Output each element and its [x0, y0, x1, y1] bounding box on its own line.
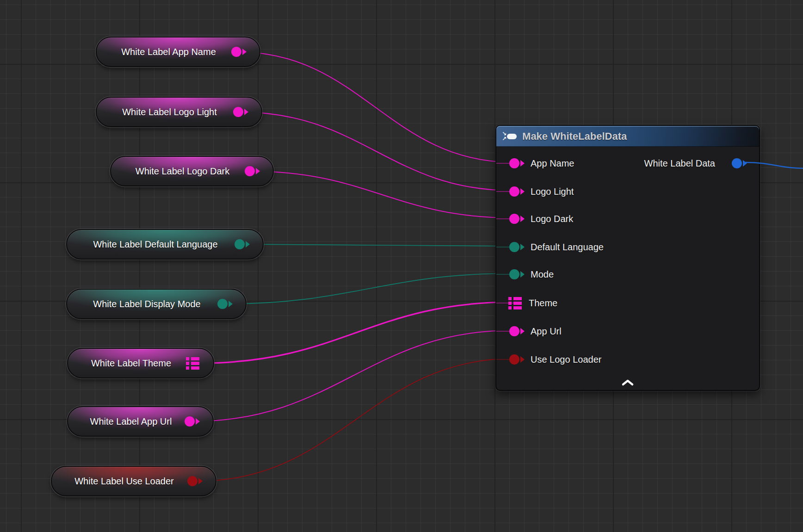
variable-node-white-label-use-loader[interactable]: White Label Use Loader	[51, 466, 216, 496]
variable-node-white-label-logo-dark[interactable]: White Label Logo Dark	[110, 156, 274, 186]
wire-stub	[496, 303, 515, 303]
pin-circle	[235, 239, 245, 249]
pin-circle	[187, 476, 198, 486]
node-title: Make WhiteLabelData	[522, 130, 627, 142]
variable-node-label: White Label App Url	[68, 416, 185, 427]
pin-triangle	[229, 301, 233, 307]
variable-node-white-label-theme[interactable]: White Label Theme	[67, 348, 214, 378]
pin-triangle	[198, 478, 203, 484]
arrow-up-right-icon: ↗	[502, 136, 507, 141]
variable-node-label: White Label Logo Light	[97, 107, 233, 118]
pin-circle	[245, 166, 255, 176]
variable-node-label: White Label Use Loader	[52, 476, 187, 487]
input-pin-label: Mode	[531, 269, 554, 280]
input-pin-row-theme: Theme	[496, 293, 759, 313]
pin-triangle	[520, 216, 525, 222]
make-node-header[interactable]: ↘↗ Make WhiteLabelData	[496, 126, 759, 147]
input-pin-label: Theme	[529, 298, 557, 309]
struct-pin-icon	[185, 356, 200, 371]
pin-triangle	[520, 328, 525, 334]
output-pin[interactable]	[233, 107, 248, 117]
output-pin[interactable]	[187, 476, 203, 486]
variable-node-white-label-logo-light[interactable]: White Label Logo Light	[96, 97, 262, 127]
wire-stub	[496, 274, 515, 275]
pin-triangle	[520, 188, 525, 195]
pin-triangle	[520, 244, 525, 250]
struct-output-pin[interactable]	[185, 356, 200, 371]
wire-stub	[496, 218, 515, 219]
wire-stub	[496, 247, 515, 247]
wire-stub	[496, 191, 515, 192]
pin-circle	[732, 158, 742, 168]
wire-stub	[496, 331, 515, 332]
chevron-up-icon	[621, 379, 634, 386]
output-pin-white-label-data[interactable]	[732, 158, 747, 168]
output-pin[interactable]	[235, 239, 250, 249]
collapse-node-button[interactable]	[620, 378, 636, 387]
pin-circle	[185, 416, 195, 427]
pin-triangle	[246, 241, 250, 247]
variable-node-label: White Label App Name	[97, 47, 231, 57]
make-struct-icon: ↘↗	[502, 131, 517, 141]
pin-triangle	[520, 356, 525, 363]
input-pin-label: Default Language	[531, 242, 604, 253]
variable-node-white-label-display-mode[interactable]: White Label Display Mode	[66, 289, 247, 319]
variable-node-white-label-default-language[interactable]: White Label Default Language	[66, 229, 264, 260]
output-pin[interactable]	[217, 299, 233, 309]
capsule-glyph	[507, 134, 517, 139]
variable-node-label: White Label Logo Dark	[111, 166, 245, 177]
input-pin-row-app-url: App Url	[496, 321, 759, 341]
variable-node-label: White Label Display Mode	[67, 299, 217, 309]
make-whitelabeldata-node[interactable]: ↘↗ Make WhiteLabelData App Name Logo Lig…	[495, 125, 760, 391]
output-pin-label: White Label Data	[644, 158, 715, 169]
input-pin-label: Logo Dark	[531, 214, 573, 224]
pin-circle	[231, 47, 241, 57]
input-pin-row-logo-light: Logo Light	[496, 181, 759, 202]
pin-triangle	[743, 160, 747, 167]
output-pin[interactable]	[245, 166, 260, 176]
pin-triangle	[256, 168, 260, 174]
variable-node-label: White Label Default Language	[67, 239, 235, 250]
pin-circle	[217, 299, 228, 309]
pin-triangle	[196, 418, 200, 425]
variable-node-label: White Label Theme	[68, 358, 185, 369]
input-pin-row-mode: Mode	[496, 264, 759, 285]
variable-node-white-label-app-name[interactable]: White Label App Name	[96, 37, 260, 67]
pin-triangle	[244, 109, 248, 115]
input-pin-row-default-language: Default Language	[496, 237, 759, 257]
input-pin-row-use-logo-loader: Use Logo Loader	[496, 349, 759, 370]
pin-triangle	[520, 271, 525, 278]
input-pin-label: Use Logo Loader	[531, 354, 601, 365]
output-pin[interactable]	[231, 47, 247, 57]
input-pin-label: App Url	[531, 326, 562, 337]
output-pin[interactable]	[185, 416, 200, 427]
wire-stub	[496, 359, 515, 360]
input-pin-label: Logo Light	[531, 186, 574, 197]
pin-triangle	[242, 49, 247, 55]
output-pin-row-white-label-data: White Label Data	[496, 153, 759, 173]
pin-circle	[233, 107, 243, 117]
input-pin-row-logo-dark: Logo Dark	[496, 209, 759, 229]
variable-node-white-label-app-url[interactable]: White Label App Url	[67, 406, 214, 437]
blueprint-graph-canvas[interactable]: White Label App Name White Label Logo Li…	[0, 0, 803, 532]
